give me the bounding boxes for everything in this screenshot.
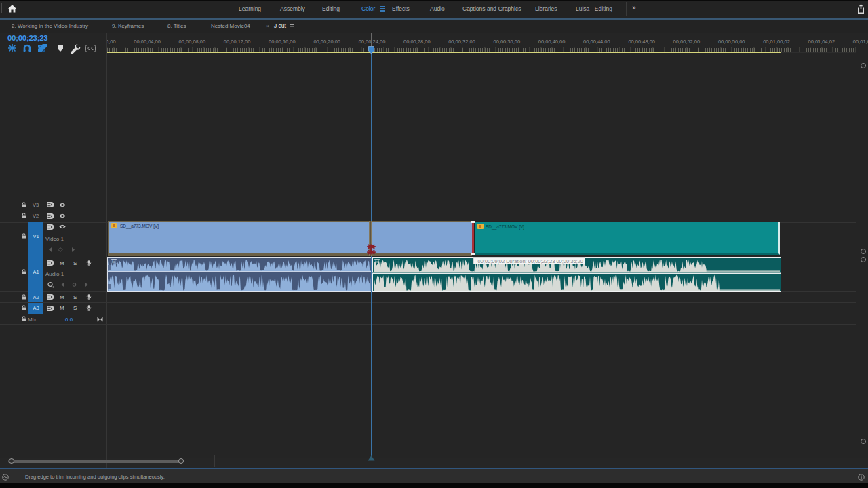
- svg-text:fx: fx: [375, 260, 378, 264]
- svg-text:fx: fx: [112, 260, 115, 264]
